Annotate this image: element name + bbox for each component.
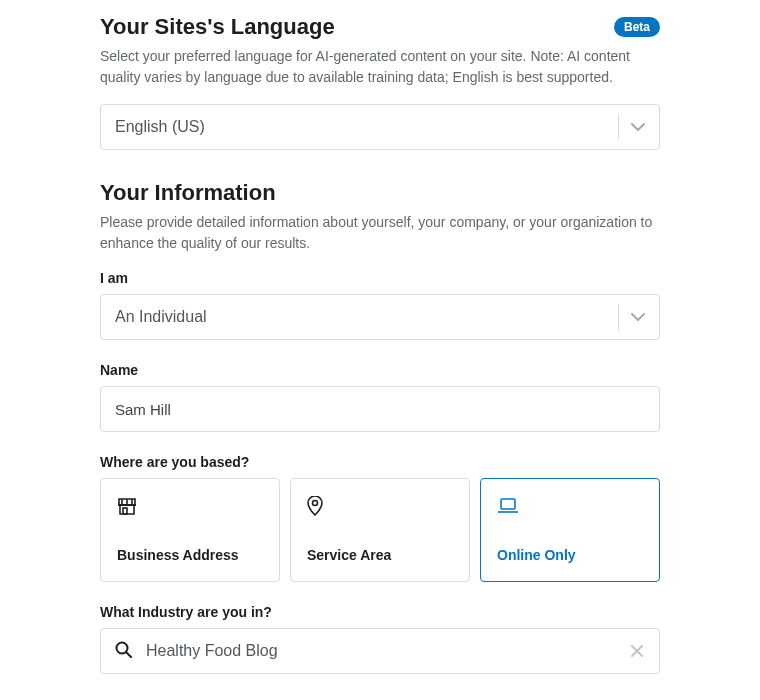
name-input[interactable] [100,386,660,432]
based-option-grid: Business Address Service Area [100,478,660,582]
laptop-icon [497,495,643,517]
svg-point-1 [313,501,318,506]
iam-label: I am [100,270,660,286]
select-divider [618,114,619,140]
name-field: Name [100,362,660,432]
info-desc: Please provide detailed information abou… [100,212,660,254]
based-option-online-label: Online Only [497,547,643,563]
industry-input-wrap[interactable] [100,628,660,674]
beta-badge: Beta [614,17,660,37]
svg-line-4 [127,652,132,657]
language-section: Your Sites's Language Beta Select your p… [100,14,660,150]
svg-rect-0 [123,508,127,514]
info-section: Your Information Please provide detailed… [100,180,660,674]
iam-field: I am An Individual [100,270,660,340]
based-option-online[interactable]: Online Only [480,478,660,582]
based-option-service[interactable]: Service Area [290,478,470,582]
based-option-business-label: Business Address [117,547,263,563]
name-label: Name [100,362,660,378]
select-divider [618,304,619,330]
language-title: Your Sites's Language [100,14,335,40]
map-pin-icon [307,495,453,517]
based-label: Where are you based? [100,454,660,470]
language-select-value: English (US) [115,118,618,136]
based-option-business[interactable]: Business Address [100,478,280,582]
close-icon[interactable] [629,643,645,659]
iam-select-value: An Individual [115,308,618,326]
iam-select[interactable]: An Individual [100,294,660,340]
svg-rect-2 [501,499,515,509]
language-select[interactable]: English (US) [100,104,660,150]
based-field: Where are you based? Business Address [100,454,660,582]
based-option-service-label: Service Area [307,547,453,563]
storefront-icon [117,495,263,517]
industry-field: What Industry are you in? [100,604,660,674]
industry-input[interactable] [144,641,617,661]
chevron-down-icon [631,120,645,134]
industry-label: What Industry are you in? [100,604,660,620]
info-title: Your Information [100,180,660,206]
chevron-down-icon [631,310,645,324]
search-icon [115,641,132,662]
language-desc: Select your preferred language for AI-ge… [100,46,660,88]
